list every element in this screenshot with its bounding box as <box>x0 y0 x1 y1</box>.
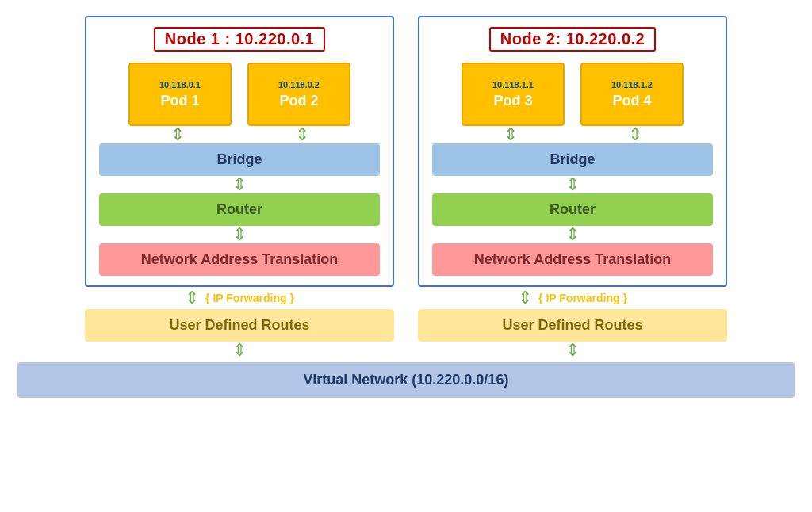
nodes-row: Node 1 : 10.220.0.1 10.118.0.1 Pod 1 10.… <box>17 16 795 359</box>
node1-container: Node 1 : 10.220.0.1 10.118.0.1 Pod 1 10.… <box>85 16 394 287</box>
node1-ip-fwd-row: ⇕ { IP Forwarding } <box>85 287 394 309</box>
node1-pod1-label: Pod 1 <box>160 93 199 109</box>
node2-ip-fwd-label: { IP Forwarding } <box>538 292 627 304</box>
node2-router: Router <box>432 193 713 226</box>
node2-udr-vnet-arrow: ⇕ <box>418 342 727 359</box>
node1-bridge: Bridge <box>99 143 380 176</box>
node2-pod1: 10.118.1.1 Pod 3 <box>462 63 565 126</box>
node1-pod1: 10.118.0.1 Pod 1 <box>128 63 232 126</box>
node2-container: Node 2: 10.220.0.2 10.118.1.1 Pod 3 10.1… <box>418 16 727 287</box>
node1-box: Node 1 : 10.220.0.1 10.118.0.1 Pod 1 10.… <box>85 16 394 359</box>
node1-pod2-label: Pod 2 <box>279 93 318 109</box>
node1-ip-fwd-label: { IP Forwarding } <box>205 292 294 304</box>
node1-pod1-arrow: ⇕ <box>170 126 185 143</box>
node1-pods-row: 10.118.0.1 Pod 1 10.118.0.2 Pod 2 <box>128 63 350 126</box>
node2-pod2: 10.118.1.2 Pod 4 <box>580 63 684 126</box>
node1-pod2-arrow: ⇕ <box>295 126 309 143</box>
node2-ip-fwd-row: ⇕ { IP Forwarding } <box>418 287 727 309</box>
node2-nat: Network Address Translation <box>432 243 713 276</box>
node1-title: Node 1 : 10.220.0.1 <box>154 27 325 52</box>
node2-title: Node 2: 10.220.0.2 <box>489 27 656 52</box>
node2-bridge: Bridge <box>432 143 713 176</box>
node2-pods-arrows: ⇕ ⇕ <box>432 126 713 143</box>
node2-pod2-ip: 10.118.1.2 <box>611 80 653 90</box>
virtual-network: Virtual Network (10.220.0.0/16) <box>17 362 795 398</box>
node1-pod2: 10.118.0.2 Pod 2 <box>247 63 350 126</box>
node2-pod2-arrow: ⇕ <box>628 126 642 143</box>
node2-pod2-label: Pod 4 <box>612 93 651 109</box>
node1-nat: Network Address Translation <box>99 243 380 276</box>
diagram: Node 1 : 10.220.0.1 10.118.0.1 Pod 1 10.… <box>10 8 802 504</box>
node1-udr: User Defined Routes <box>85 309 394 342</box>
node1-router-nat-arrow: ⇕ <box>232 226 247 243</box>
node1-bridge-router-arrow: ⇕ <box>232 176 247 193</box>
node2-pods-row: 10.118.1.1 Pod 3 10.118.1.2 Pod 4 <box>462 63 684 126</box>
node2-router-nat-arrow: ⇕ <box>565 226 580 243</box>
node2-pod1-label: Pod 3 <box>493 93 532 109</box>
node1-pods-arrows: ⇕ ⇕ <box>99 126 380 143</box>
node2-box: Node 2: 10.220.0.2 10.118.1.1 Pod 3 10.1… <box>418 16 727 359</box>
node1-udr-vnet-arrow: ⇕ <box>85 342 394 359</box>
node2-pod1-arrow: ⇕ <box>504 126 518 143</box>
node2-pod1-ip: 10.118.1.1 <box>492 80 534 90</box>
node1-pod1-ip: 10.118.0.1 <box>159 80 201 90</box>
node2-nat-udr-arrow: ⇕ <box>518 289 532 307</box>
node1-pod2-ip: 10.118.0.2 <box>278 80 320 90</box>
node2-bridge-router-arrow: ⇕ <box>565 176 580 193</box>
node1-nat-udr-arrow: ⇕ <box>185 289 199 307</box>
node1-router: Router <box>99 193 380 226</box>
node2-udr: User Defined Routes <box>418 309 727 342</box>
